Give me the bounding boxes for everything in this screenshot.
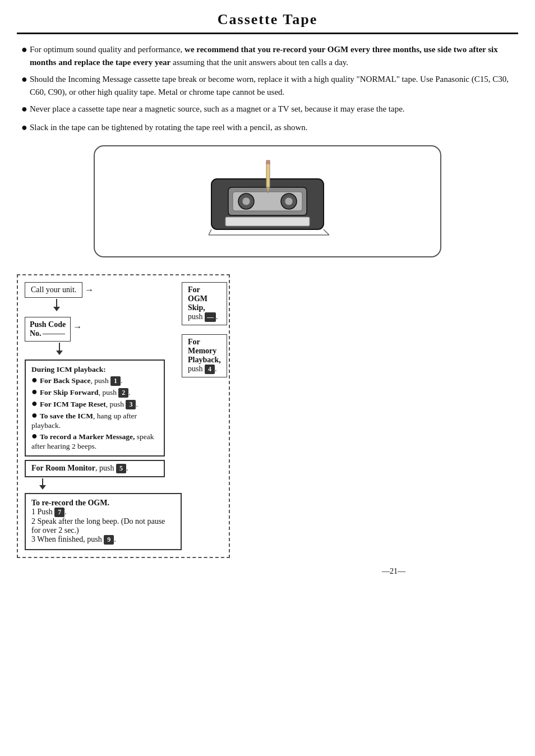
- re-record-step1-row: 1 Push 7.: [31, 508, 175, 517]
- bullet-text-2: Should the Incoming Message cassette tap…: [30, 73, 518, 98]
- down-arrow-section-3: [25, 478, 58, 490]
- icm-skip-key: 2: [118, 388, 128, 398]
- svg-line-11: [324, 229, 329, 235]
- arrow-right-2: →: [73, 322, 82, 332]
- top-flow-row: Call your unit. → Push Code No. →: [25, 282, 222, 550]
- ogm-skip-key: —: [205, 312, 216, 322]
- down-arrow-section: [25, 299, 86, 311]
- icm-back-space-row: ●For Back Space, push 1.: [31, 374, 158, 386]
- bullet-item-2: ● Should the Incoming Message cassette t…: [21, 73, 518, 98]
- down-arrow-2: [56, 351, 63, 355]
- memory-playback-label: For Memory Playback,: [188, 338, 221, 364]
- icm-back-key: 1: [110, 376, 121, 386]
- svg-rect-9: [266, 160, 270, 164]
- down-line-1: [56, 299, 57, 307]
- flow-diagram: Call your unit. → Push Code No. →: [17, 274, 297, 558]
- arrow-right-1: →: [85, 285, 94, 295]
- svg-point-6: [285, 197, 293, 205]
- icm-tape-key: 3: [126, 400, 136, 409]
- re-record-title-row: To re-record the OGM.: [31, 499, 175, 508]
- call-your-unit-label: Call your unit.: [31, 285, 76, 294]
- call-row: Call your unit. →: [25, 282, 96, 298]
- room-monitor-key: 5: [116, 464, 126, 473]
- cassette-svg: [195, 156, 340, 246]
- left-flow-col: Call your unit. → Push Code No. →: [25, 282, 182, 550]
- bullet-dot-1: ●: [21, 42, 27, 68]
- down-arrow-3: [39, 485, 46, 490]
- re-record-key1: 7: [54, 508, 64, 517]
- down-arrow-section-2: [25, 343, 92, 355]
- room-monitor-label: For Room Monitor: [31, 464, 95, 472]
- icm-marker-label: To record a Marker Message,: [40, 432, 135, 441]
- room-monitor-box: For Room Monitor, push 5.: [25, 460, 165, 477]
- title-divider: [17, 33, 518, 34]
- bullet-text-4: Slack in the tape can be tightened by ro…: [30, 121, 518, 135]
- re-record-key3: 9: [104, 535, 114, 545]
- bullet-dot-4: ●: [21, 120, 27, 135]
- down-arrow-1: [53, 307, 60, 311]
- icm-tape-reset-row: ●For ICM Tape Reset, push 3.: [31, 398, 158, 409]
- svg-point-4: [242, 197, 250, 205]
- ogm-skip-label: For OGM Skip,: [188, 285, 207, 312]
- svg-rect-7: [266, 162, 270, 187]
- bullet-item-4: ● Slack in the tape can be tightened by …: [21, 121, 518, 135]
- icm-during-label: During ICM playback:: [31, 365, 158, 374]
- down-line-3: [42, 478, 43, 485]
- cassette-image-box: [94, 145, 441, 257]
- bullet-text-3: Never place a cassette tape near a magne…: [30, 103, 518, 117]
- re-record-box: To re-record the OGM. 1 Push 7. 2 Speak …: [25, 493, 182, 550]
- bullet-item-1: ● For optimum sound quality and performa…: [21, 43, 518, 68]
- page-title: Cassette Tape: [17, 11, 518, 28]
- ogm-skip-box: For OGM Skip, push —.: [182, 282, 227, 325]
- svg-line-10: [209, 229, 211, 235]
- bullet-text-1: For optimum sound quality and performanc…: [30, 43, 518, 68]
- icm-skip-forward-row: ●For Skip Forward, push 2.: [31, 386, 158, 398]
- icm-save-row: ●To save the ICM, hang up after playback…: [31, 409, 158, 430]
- bullet-dot-3: ●: [21, 102, 27, 117]
- svg-rect-13: [225, 217, 310, 226]
- dashed-outer-box: Call your unit. → Push Code No. →: [17, 274, 230, 558]
- push-code-label: Push Code: [30, 320, 66, 329]
- memory-playback-box: For Memory Playback, push 4.: [182, 334, 227, 377]
- cassette-illustration: [195, 156, 340, 246]
- icm-marker-row: ●To record a Marker Message, speak after…: [31, 430, 158, 451]
- bullet-section: ● For optimum sound quality and performa…: [17, 43, 518, 135]
- push-code-no: No.: [30, 329, 41, 338]
- re-record-step2-row: 2 Speak after the long beep. (Do not pau…: [31, 517, 175, 535]
- down-line-2: [59, 343, 60, 351]
- icm-box: During ICM playback: ●For Back Space, pu…: [25, 359, 165, 457]
- re-record-step3-row: 3 When finished, push 9.: [31, 535, 175, 545]
- page-number: —21—: [269, 567, 518, 576]
- memory-key: 4: [205, 365, 215, 374]
- bullet-item-3: ● Never place a cassette tape near a mag…: [21, 103, 518, 117]
- call-your-unit-box: Call your unit.: [25, 282, 82, 298]
- push-code-row: Push Code No. →: [25, 312, 84, 342]
- push-code-box: Push Code No.: [25, 317, 71, 342]
- bullet-dot-2: ●: [21, 72, 27, 98]
- right-flow-col: For OGM Skip, push —. For Memory Playbac…: [182, 282, 227, 377]
